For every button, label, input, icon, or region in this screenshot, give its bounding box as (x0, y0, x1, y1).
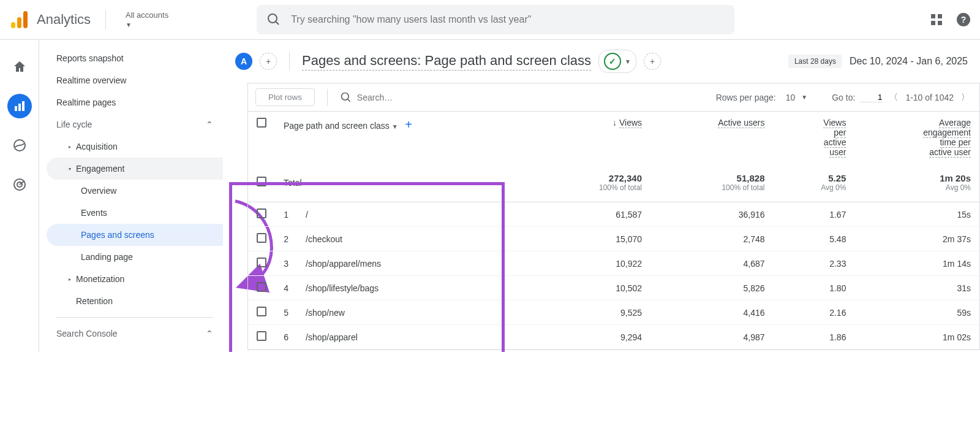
row-checkbox[interactable] (257, 233, 266, 243)
nav-monetization[interactable]: ▸Monetization (47, 268, 223, 290)
chevron-down-icon: ▼ (392, 123, 398, 130)
row-checkbox[interactable] (257, 208, 266, 218)
divider (289, 52, 290, 71)
row-index: 5 (275, 300, 297, 325)
date-preset-chip[interactable]: Last 28 days (788, 55, 842, 68)
col-active-users[interactable]: Active users (650, 112, 773, 163)
col-views[interactable]: ↓ Views (535, 112, 651, 163)
search-icon (340, 91, 352, 104)
dimension-picker[interactable]: Page path and screen class▼ (284, 121, 398, 131)
svg-rect-1 (17, 17, 21, 28)
table-row[interactable]: 1/61,58736,9161.6715s (248, 202, 979, 227)
nav-section-search-console[interactable]: Search Console⌃ (47, 323, 223, 345)
row-active-users: 2,748 (650, 227, 773, 251)
row-checkbox[interactable] (257, 307, 266, 316)
apps-icon[interactable] (931, 14, 942, 25)
goto-label: Go to: (832, 93, 855, 102)
row-engagement-time: 1m 02s (854, 325, 979, 350)
nav-reports-snapshot[interactable]: Reports snapshot (47, 47, 223, 69)
row-index: 1 (275, 202, 297, 227)
table-row[interactable]: 2/checkout15,0702,7485.482m 37s (248, 227, 979, 251)
svg-point-11 (341, 93, 349, 100)
search-input[interactable] (291, 14, 725, 25)
page-title: Pages and screens: Page path and screen … (302, 53, 591, 71)
row-views: 9,294 (535, 325, 651, 350)
row-engagement-time: 2m 37s (854, 227, 979, 251)
row-checkbox[interactable] (257, 282, 266, 292)
sort-down-icon: ↓ (612, 118, 617, 128)
nav-retention[interactable]: Retention (47, 290, 223, 312)
rail-explore[interactable] (7, 133, 32, 158)
rows-per-page-select[interactable]: 10▼ (781, 90, 812, 105)
row-path[interactable]: /shop/apparel (297, 325, 535, 350)
row-engagement-time: 1m 14s (854, 251, 979, 276)
row-views: 9,525 (535, 300, 651, 325)
account-selector[interactable]: All accounts ▼ (121, 10, 168, 29)
rail-reports[interactable] (7, 94, 32, 118)
row-views-per-user: 1.67 (774, 202, 855, 227)
col-avg-engagement[interactable]: Averageengagementtime peractive user (854, 112, 979, 163)
row-engagement-time: 31s (854, 276, 979, 300)
row-views: 61,587 (535, 202, 651, 227)
svg-rect-5 (15, 106, 17, 111)
nav-engagement-events[interactable]: Events (47, 202, 223, 224)
row-views: 10,922 (535, 251, 651, 276)
date-range[interactable]: Dec 10, 2024 - Jan 6, 2025 (850, 56, 968, 67)
nav-acquisition[interactable]: ▸Acquisition (47, 136, 223, 158)
svg-rect-2 (23, 11, 28, 28)
table-row[interactable]: 4/shop/lifestyle/bags10,5025,8261.8031s (248, 276, 979, 300)
svg-line-4 (276, 21, 279, 25)
row-active-users: 4,687 (650, 251, 773, 276)
nav-engagement-overview[interactable]: Overview (47, 180, 223, 202)
row-path[interactable]: / (297, 202, 535, 227)
caret-right-icon: ▸ (69, 144, 71, 150)
chevron-down-icon: ▼ (801, 94, 807, 101)
nav-pages-and-screens[interactable]: Pages and screens (47, 224, 223, 246)
rail-home[interactable] (7, 55, 32, 79)
segment-avatar[interactable]: A (235, 53, 252, 70)
row-path[interactable]: /shop/lifestyle/bags (297, 276, 535, 300)
table-row[interactable]: 6/shop/apparel9,2944,9871.861m 02s (248, 325, 979, 350)
global-search[interactable] (257, 5, 734, 34)
rail-advertising[interactable] (7, 172, 32, 197)
select-all-checkbox[interactable] (257, 118, 266, 128)
add-comparison-button[interactable]: + (260, 53, 277, 70)
product-name: Analytics (37, 12, 91, 28)
row-index: 3 (275, 251, 297, 276)
svg-line-12 (347, 99, 350, 101)
row-engagement-time: 15s (854, 202, 979, 227)
svg-rect-0 (11, 22, 15, 28)
nav-realtime-pages[interactable]: Realtime pages (47, 91, 223, 113)
row-path[interactable]: /shop/new (297, 300, 535, 325)
nav-realtime-overview[interactable]: Realtime overview (47, 69, 223, 91)
table-row[interactable]: 5/shop/new9,5254,4162.1659s (248, 300, 979, 325)
row-index: 6 (275, 325, 297, 350)
row-views-per-user: 2.33 (774, 251, 855, 276)
row-checkbox[interactable] (257, 258, 266, 267)
nav-engagement[interactable]: ▾Engagement (47, 158, 223, 180)
nav-landing-page[interactable]: Landing page (47, 246, 223, 268)
add-dimension-button[interactable]: + (405, 118, 412, 131)
plot-rows-button[interactable]: Plot rows (255, 88, 315, 106)
help-icon[interactable]: ? (957, 13, 970, 26)
col-views-per-user[interactable]: Viewsperactiveuser (774, 112, 855, 163)
row-checkbox[interactable] (257, 331, 266, 341)
table-row[interactable]: 3/shop/apparel/mens10,9224,6872.331m 14s (248, 251, 979, 276)
row-active-users: 36,916 (650, 202, 773, 227)
row-views: 15,070 (535, 227, 651, 251)
row-path[interactable]: /checkout (297, 227, 535, 251)
row-path[interactable]: /shop/apparel/mens (297, 251, 535, 276)
select-total-checkbox[interactable] (257, 177, 266, 186)
next-page-button[interactable]: 〉 (959, 90, 972, 105)
row-views-per-user: 1.80 (774, 276, 855, 300)
nav-section-lifecycle[interactable]: Life cycle⌃ (47, 113, 223, 136)
row-active-users: 5,826 (650, 276, 773, 300)
chevron-down-icon: ▼ (126, 21, 168, 29)
status-chip[interactable]: ✓ ▼ (598, 50, 636, 73)
prev-page-button[interactable]: 〈 (887, 90, 900, 105)
add-button[interactable]: + (644, 53, 661, 70)
table-search-input[interactable] (357, 93, 464, 102)
row-active-users: 4,416 (650, 300, 773, 325)
goto-input[interactable] (860, 93, 882, 102)
search-icon (266, 12, 281, 27)
